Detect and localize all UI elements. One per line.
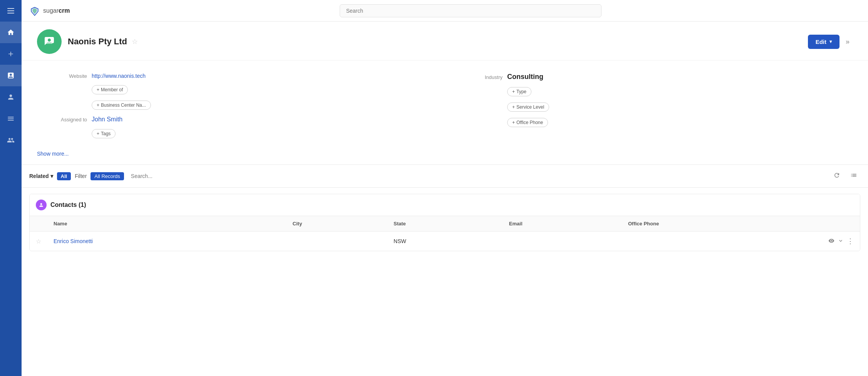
related-button[interactable]: Related ▾: [29, 173, 53, 179]
tags-plus-icon: +: [97, 131, 99, 136]
website-value[interactable]: http://www.naonis.tech: [92, 73, 146, 79]
website-field: Website http://www.naonis.tech: [37, 70, 437, 82]
record-title-area: Naonis Pty Ltd ☆: [68, 37, 802, 47]
row-expand-icon[interactable]: [838, 238, 844, 245]
contacts-table: Name City State Email Office Phone ☆: [30, 216, 860, 251]
contacts-subpanel-title: Contacts (1): [50, 201, 86, 208]
office-phone-row: + Office Phone: [452, 115, 853, 130]
member-of-row: + Member of: [37, 82, 437, 97]
industry-field: Industry Consulting: [452, 70, 853, 84]
contacts-table-body: ☆ Enrico Simonetti NSW: [30, 232, 860, 251]
service-level-plus-icon: +: [512, 104, 515, 110]
assigned-to-value[interactable]: John Smith: [92, 116, 122, 123]
record-avatar: [37, 29, 62, 54]
all-badge[interactable]: All: [57, 172, 71, 180]
business-center-row: + Business Center Na...: [37, 97, 437, 113]
contact-name-link[interactable]: Enrico Simonetti: [54, 238, 93, 244]
search-bar[interactable]: [340, 4, 602, 17]
member-of-label: Member of: [101, 87, 123, 92]
nav-create[interactable]: [0, 43, 22, 65]
industry-label: Industry: [452, 74, 503, 80]
type-plus-icon: +: [512, 89, 515, 94]
hamburger-menu[interactable]: [0, 0, 22, 22]
member-of-pill[interactable]: + Member of: [92, 85, 128, 94]
edit-button[interactable]: Edit ▾: [808, 35, 840, 49]
row-email-cell: [503, 232, 622, 251]
edit-label: Edit: [816, 39, 826, 45]
all-records-badge[interactable]: All Records: [90, 172, 124, 180]
business-center-pill[interactable]: + Business Center Na...: [92, 101, 151, 110]
row-state-cell: NSW: [387, 232, 503, 251]
app-name-label: sugarcrm: [43, 7, 70, 14]
col-name-header: Name: [47, 216, 287, 232]
row-star-cell[interactable]: ☆: [30, 232, 47, 251]
record-header: Naonis Pty Ltd ☆ Edit ▾ »: [22, 22, 868, 60]
business-center-label: Business Center Na...: [101, 102, 146, 108]
col-city-header: City: [287, 216, 387, 232]
sugarcrm-logo-icon: [29, 5, 40, 16]
nav-activities[interactable]: [0, 129, 22, 151]
col-star: [30, 216, 47, 232]
search-input[interactable]: [340, 4, 602, 17]
record-title: Naonis Pty Ltd: [68, 37, 127, 47]
filter-label: Filter: [75, 173, 87, 179]
row-phone-cell: [622, 232, 822, 251]
related-chevron-icon: ▾: [50, 173, 53, 179]
row-view-icon[interactable]: [828, 238, 834, 245]
favorite-star-icon[interactable]: ☆: [132, 37, 138, 46]
member-of-plus-icon: +: [97, 87, 99, 92]
service-level-pill[interactable]: + Service Level: [507, 102, 549, 112]
show-more-link[interactable]: Show more...: [22, 151, 868, 164]
contacts-subpanel-icon: [36, 200, 47, 210]
service-level-row: + Service Level: [452, 99, 853, 115]
related-section: Related ▾ All Filter All Records: [22, 164, 868, 251]
col-email-header: Email: [503, 216, 622, 232]
list-view-button[interactable]: [847, 170, 860, 182]
related-label: Related: [29, 173, 49, 179]
type-pill[interactable]: + Type: [507, 87, 531, 96]
col-actions-header: [822, 216, 860, 232]
service-level-label: Service Level: [516, 104, 544, 110]
related-search-input[interactable]: [128, 171, 826, 181]
website-label: Website: [37, 73, 87, 79]
refresh-button[interactable]: [830, 170, 843, 182]
row-name-cell: Enrico Simonetti: [47, 232, 287, 251]
related-search-area[interactable]: [128, 171, 826, 181]
industry-value: Consulting: [507, 73, 543, 81]
contacts-table-head: Name City State Email Office Phone: [30, 216, 860, 232]
office-phone-plus-icon: +: [512, 120, 515, 125]
type-label: Type: [516, 89, 526, 94]
office-phone-label: Office Phone: [516, 120, 543, 125]
contacts-subpanel-header: Contacts (1): [30, 194, 860, 216]
icon-sidebar: [0, 0, 22, 376]
row-more-icon[interactable]: ⋮: [847, 237, 854, 245]
col-phone-header: Office Phone: [622, 216, 822, 232]
contacts-subpanel: Contacts (1) Name City State Email Offic…: [29, 194, 860, 251]
detail-right-col: Industry Consulting + Type + Serv: [452, 70, 853, 141]
related-toolbar: Related ▾ All Filter All Records: [22, 165, 868, 188]
table-row: ☆ Enrico Simonetti NSW: [30, 232, 860, 251]
nav-home[interactable]: [0, 22, 22, 43]
edit-chevron-icon: ▾: [829, 39, 832, 44]
col-state-header: State: [387, 216, 503, 232]
tags-label: Tags: [101, 131, 111, 136]
row-actions-cell: ⋮: [822, 232, 860, 251]
nav-accounts[interactable]: [0, 65, 22, 86]
tags-pill[interactable]: + Tags: [92, 129, 116, 138]
nav-reports[interactable]: [0, 108, 22, 129]
business-center-plus-icon: +: [97, 102, 99, 108]
page-area: Naonis Pty Ltd ☆ Edit ▾ » Website http:/…: [22, 22, 868, 376]
nav-contacts[interactable]: [0, 86, 22, 108]
detail-left-col: Website http://www.naonis.tech + Member …: [37, 70, 437, 141]
expand-button[interactable]: »: [843, 35, 853, 49]
row-city-cell: [287, 232, 387, 251]
main-content: sugarcrm Naonis Pty Ltd ☆ Edit ▾: [22, 0, 868, 376]
office-phone-pill[interactable]: + Office Phone: [507, 118, 548, 127]
type-row: + Type: [452, 84, 853, 99]
tags-row: + Tags: [37, 126, 437, 141]
header-actions: Edit ▾ »: [808, 35, 853, 49]
assigned-to-label: Assigned to: [37, 117, 87, 123]
topbar: sugarcrm: [22, 0, 868, 22]
row-star-icon[interactable]: ☆: [36, 238, 41, 245]
detail-section: Website http://www.naonis.tech + Member …: [22, 60, 868, 151]
